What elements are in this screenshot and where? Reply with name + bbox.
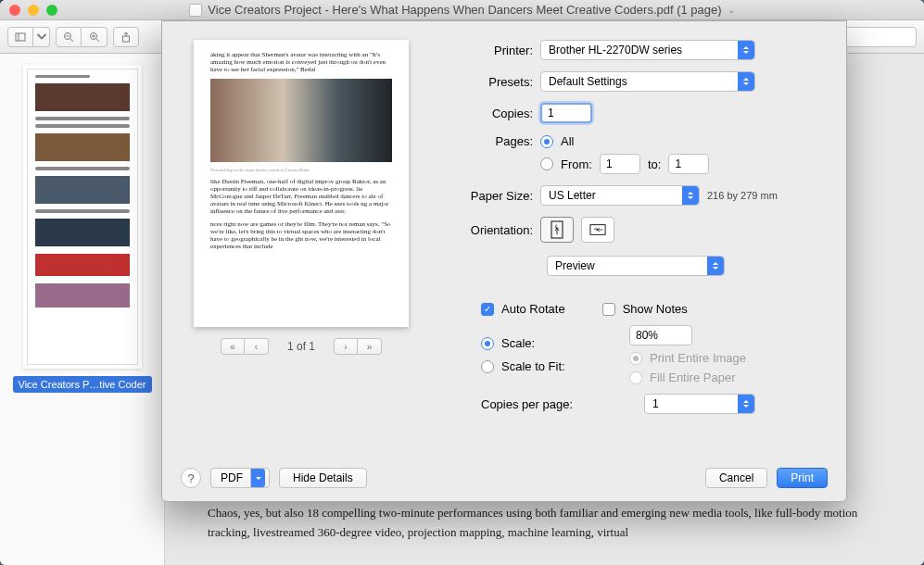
window-title: Vice Creators Project - Here's What Happ… (0, 3, 924, 17)
zoom-in-button[interactable] (82, 27, 108, 47)
pages-all-label: All (561, 134, 574, 148)
orientation-portrait-button[interactable] (540, 217, 574, 243)
show-notes-checkbox[interactable] (602, 303, 615, 316)
fill-entire-paper-radio (629, 371, 642, 384)
scale-to-fit-label: Scale to Fit: (501, 359, 565, 373)
presets-select[interactable]: Default Settings (540, 71, 755, 92)
cancel-button[interactable]: Cancel (705, 468, 767, 488)
close-button[interactable] (9, 5, 20, 16)
prev-page-button[interactable]: ‹ (245, 338, 269, 355)
app-options-select[interactable]: Preview (547, 256, 725, 276)
help-button[interactable]: ? (181, 468, 201, 488)
presets-label: Presets: (444, 75, 533, 89)
show-notes-label: Show Notes (623, 302, 688, 316)
fill-entire-paper-label: Fill Entire Paper (650, 370, 735, 384)
svg-line-3 (70, 39, 73, 42)
minimize-button[interactable] (28, 5, 39, 16)
print-entire-image-label: Print Entire Image (650, 351, 746, 365)
copies-label: Copies: (444, 107, 533, 120)
print-preview: aking it appear that Sherman's avatar wa… (181, 40, 422, 414)
pages-all-radio[interactable] (540, 135, 553, 148)
to-input[interactable] (668, 154, 709, 174)
paper-size-label: Paper Size: (444, 189, 533, 203)
file-icon (189, 4, 202, 17)
svg-rect-0 (16, 33, 25, 41)
document-body-text: Chaos, yes, but also 18 compelling two-m… (208, 504, 881, 543)
print-preview-page: aking it appear that Sherman's avatar wa… (194, 40, 409, 327)
preview-window: Vice Creators Project - Here's What Happ… (0, 0, 924, 565)
page-indicator: 1 of 1 (287, 340, 315, 353)
pages-range-radio[interactable] (540, 157, 553, 170)
pages-to-label: to: (648, 157, 661, 171)
copies-input[interactable] (540, 103, 592, 123)
zoom-out-button[interactable] (56, 27, 82, 47)
scale-label: Scale: (501, 336, 535, 350)
print-entire-image-radio (629, 352, 642, 365)
sidebar-toggle-button[interactable] (7, 27, 33, 47)
pages-from-label: From: (561, 157, 592, 171)
auto-rotate-label: Auto Rotate (501, 302, 565, 316)
maximize-button[interactable] (46, 5, 57, 16)
scale-to-fit-radio[interactable] (481, 360, 494, 373)
paper-dimensions: 216 by 279 mm (707, 190, 778, 201)
sidebar-mode-dropdown[interactable] (33, 27, 50, 47)
print-button[interactable]: Print (777, 468, 828, 488)
last-page-button[interactable]: » (358, 338, 382, 355)
title-dropdown-icon: ⌄ (728, 5, 735, 15)
titlebar: Vice Creators Project - Here's What Happ… (0, 0, 924, 20)
pdf-dropdown[interactable]: PDF (210, 468, 270, 488)
hide-details-button[interactable]: Hide Details (279, 468, 367, 488)
print-dialog: aking it appear that Sherman's avatar wa… (161, 20, 847, 502)
auto-rotate-checkbox[interactable] (481, 303, 494, 316)
from-input[interactable] (600, 154, 640, 174)
printer-label: Printer: (444, 44, 533, 57)
paper-size-select[interactable]: US Letter (540, 185, 700, 206)
pages-label: Pages: (444, 134, 533, 148)
first-page-button[interactable]: « (221, 338, 245, 355)
thumbnail-label: Vice Creators P…tive Coder (13, 376, 152, 393)
copies-per-page-label: Copies per page: (481, 397, 583, 411)
thumbnail-sidebar: Vice Creators P…tive Coder (0, 54, 165, 565)
share-button[interactable] (113, 27, 139, 47)
scale-input[interactable] (629, 325, 692, 345)
copies-per-page-select[interactable]: 1 (644, 394, 755, 414)
printer-select[interactable]: Brother HL-2270DW series (540, 40, 755, 60)
orientation-label: Orientation: (444, 223, 533, 237)
svg-line-6 (96, 39, 99, 42)
orientation-landscape-button[interactable] (581, 217, 614, 243)
scale-radio[interactable] (481, 337, 494, 350)
next-page-button[interactable]: › (334, 338, 358, 355)
page-thumbnail[interactable] (23, 65, 142, 369)
